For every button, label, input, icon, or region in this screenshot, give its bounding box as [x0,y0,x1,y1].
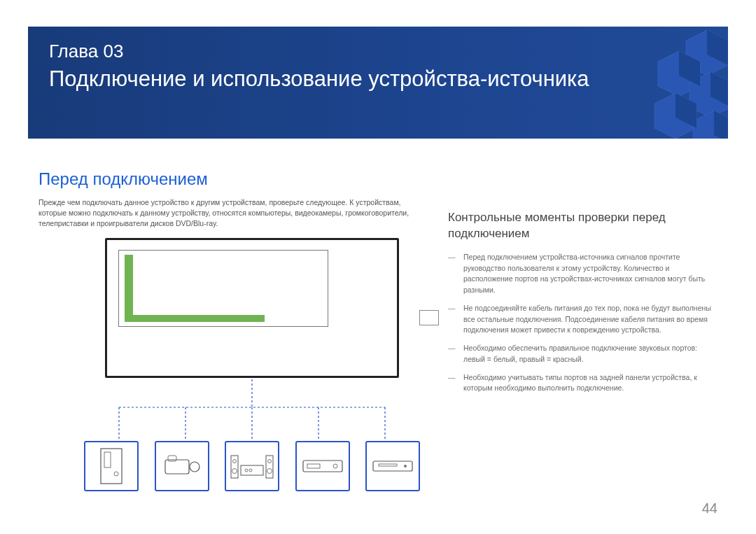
svg-point-24 [233,460,237,463]
svg-point-27 [268,460,272,463]
svg-rect-20 [165,460,189,474]
checklist-column: Контрольные моменты проверки перед подкл… [448,210,718,401]
svg-point-34 [333,464,337,468]
camcorder-icon [155,441,209,491]
svg-rect-33 [307,464,320,468]
list-item: ― Перед подключением устройства-источник… [448,252,718,296]
dvd-player-icon [365,441,420,491]
checklist-heading: Контрольные моменты проверки перед подкл… [448,210,718,242]
list-item: ― Необходимо обеспечить правильное подкл… [448,343,718,365]
svg-point-28 [267,469,272,474]
connection-diagram [84,238,420,497]
dash-icon: ― [448,372,463,395]
svg-rect-22 [168,456,176,461]
svg-rect-23 [231,456,238,478]
svg-rect-18 [104,452,111,468]
svg-point-25 [232,469,237,474]
svg-rect-36 [379,464,397,466]
list-text: Необходимо обеспечить правильное подключ… [463,343,718,365]
section-title: Перед подключением [38,169,208,189]
chapter-hero: Глава 03 Подключение и использование уст… [28,27,728,139]
svg-point-19 [114,472,118,476]
svg-point-30 [245,469,248,472]
device-row [84,441,420,491]
connection-lines [112,379,392,442]
svg-rect-26 [266,456,273,478]
list-text: Не подсоединяйте кабель питания до тех п… [463,303,718,336]
list-item: ― Не подсоединяйте кабель питания до тех… [448,303,718,336]
checklist: ― Перед подключением устройства-источник… [448,252,718,394]
dash-icon: ― [448,343,463,365]
dash-icon: ― [448,252,463,296]
settop-box-icon [295,441,350,491]
svg-point-37 [404,465,407,468]
pc-tower-icon [84,441,139,491]
cube-decoration-icon [588,27,728,139]
speaker-system-icon [225,441,279,491]
svg-marker-9 [714,111,728,139]
intro-paragraph: Прежде чем подключать данное устройство … [38,197,430,230]
page-number: 44 [702,500,718,517]
dash-icon: ― [448,303,463,336]
monitor-back-icon [105,238,399,378]
list-text: Необходимо учитывать типы портов на задн… [463,372,718,395]
side-port-icon [419,310,439,325]
list-text: Перед подключением устройства-источника … [463,252,718,296]
port-panel [118,250,328,327]
svg-point-21 [190,462,200,472]
svg-rect-32 [303,461,342,472]
list-item: ― Необходимо учитывать типы портов на за… [448,372,718,395]
svg-point-31 [249,469,252,472]
